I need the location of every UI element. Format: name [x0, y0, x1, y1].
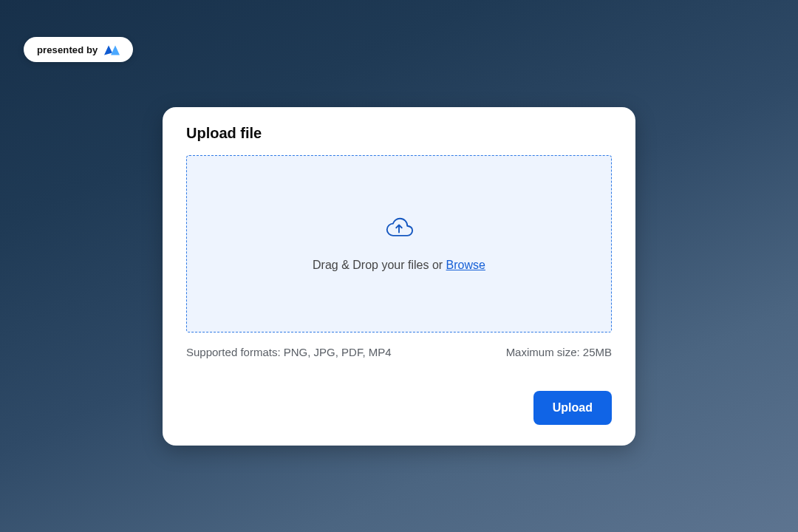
- upload-card: Upload file Drag & Drop your files or Br…: [163, 107, 635, 446]
- cloud-upload-icon: [384, 216, 414, 238]
- file-dropzone[interactable]: Drag & Drop your files or Browse: [186, 155, 612, 332]
- actions-row: Upload: [186, 391, 612, 425]
- dropzone-text: Drag & Drop your files or Browse: [313, 259, 485, 272]
- browse-link[interactable]: Browse: [446, 259, 485, 271]
- presented-by-text: presented by: [37, 44, 98, 55]
- max-size-text: Maximum size: 25MB: [506, 346, 612, 358]
- card-title: Upload file: [186, 125, 612, 142]
- presented-by-badge: presented by: [24, 37, 133, 62]
- meta-row: Supported formats: PNG, JPG, PDF, MP4 Ma…: [186, 346, 612, 358]
- dropzone-text-prefix: Drag & Drop your files or: [313, 259, 446, 271]
- upload-button[interactable]: Upload: [533, 391, 612, 425]
- supported-formats-text: Supported formats: PNG, JPG, PDF, MP4: [186, 346, 392, 358]
- brand-logo-icon: [103, 43, 121, 56]
